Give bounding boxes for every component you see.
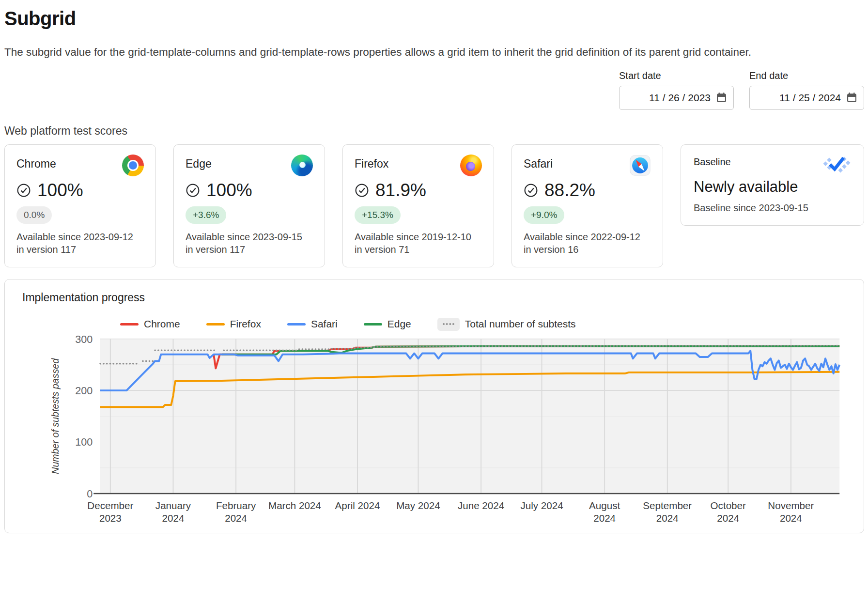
score-value: 100% [206, 180, 252, 201]
calendar-icon[interactable] [846, 92, 857, 103]
availability-text: Available since 2019-12-10 in version 71 [355, 231, 482, 256]
implementation-progress-chart: 0100200300December2023January2024Februar… [18, 332, 846, 526]
chart-legend: ChromeFirefoxSafariEdgeTotal number of s… [120, 318, 846, 331]
x-tick-label: July 2024 [520, 500, 563, 511]
y-tick-label: 300 [75, 333, 93, 345]
legend-item-firefox: Firefox [206, 318, 261, 330]
legend-label: Firefox [230, 318, 261, 330]
availability-text: Available since 2023-09-12 in version 11… [16, 231, 144, 256]
start-date-input[interactable]: 11 / 26 / 2023 [619, 86, 734, 110]
calendar-icon[interactable] [716, 92, 727, 103]
end-date-label: End date [749, 70, 864, 81]
baseline-label: Baseline [694, 155, 731, 168]
score-value: 100% [37, 180, 83, 201]
y-axis-title: Number of subtests passed [50, 358, 61, 474]
legend-label: Total number of subtests [465, 318, 576, 330]
check-circle-icon [16, 183, 31, 198]
score-delta-badge: +9.0% [524, 206, 564, 224]
browser-score-card: Safari [512, 144, 663, 267]
y-tick-label: 100 [75, 436, 93, 448]
start-date-group: Start date 11 / 26 / 2023 [619, 70, 734, 110]
score-delta-badge: 0.0% [16, 206, 52, 224]
browser-name: Chrome [16, 155, 56, 170]
browser-score-card: Edge 100% +3.6% Available since 2023-09-… [173, 144, 325, 267]
date-range-controls: Start date 11 / 26 / 2023 End date 11 / … [4, 70, 864, 110]
legend-swatch [364, 323, 382, 326]
legend-swatch [206, 323, 225, 326]
browser-score-card: Chrome 100% 0.0% Available since 2023-09… [4, 144, 156, 267]
browser-name: Edge [186, 155, 212, 170]
legend-swatch [287, 323, 306, 326]
baseline-card: Baseline Newly available Baseline since [681, 144, 864, 226]
score-value: 88.2% [544, 180, 595, 201]
score-cards-row: Chrome 100% 0.0% Available since 2023-09… [4, 144, 864, 267]
x-tick-label: March 2024 [268, 500, 321, 511]
end-date-input[interactable]: 11 / 25 / 2024 [749, 86, 864, 110]
browser-score-card: Firefox 81.9% +15.3% Available since 201… [342, 144, 494, 267]
legend-item-total-number-of-subtests: Total number of subtests [437, 318, 576, 331]
safari-icon [629, 155, 651, 176]
x-tick-label: August2024 [589, 500, 620, 524]
scores-heading: Web platform test scores [4, 124, 864, 138]
legend-swatch-dotted [437, 318, 460, 331]
implementation-progress-panel: Implementation progress ChromeFirefoxSaf… [4, 279, 864, 533]
baseline-newly-available-icon [822, 155, 851, 174]
chart-title: Implementation progress [22, 291, 846, 304]
y-tick-label: 0 [87, 488, 93, 500]
x-tick-label: April 2024 [335, 500, 380, 511]
score-value: 81.9% [375, 180, 426, 201]
x-tick-label: September2024 [643, 500, 692, 524]
check-circle-icon [355, 183, 369, 198]
x-tick-label: November2024 [768, 500, 814, 524]
x-tick-label: June 2024 [458, 500, 504, 511]
legend-swatch [120, 323, 139, 326]
x-tick-label: May 2024 [396, 500, 440, 511]
chrome-icon [122, 155, 144, 176]
firefox-icon [460, 155, 482, 176]
legend-item-safari: Safari [287, 318, 338, 330]
availability-text: Available since 2022-09-12 in version 16 [524, 231, 651, 256]
edge-icon [291, 155, 313, 176]
page-description: The subgrid value for the grid-template-… [4, 44, 850, 61]
baseline-since: Baseline since 2023-09-15 [694, 202, 851, 214]
browser-name: Safari [524, 155, 553, 170]
x-tick-label: October2024 [711, 500, 746, 524]
start-date-label: Start date [619, 70, 734, 81]
availability-text: Available since 2023-09-15 in version 11… [186, 231, 313, 256]
baseline-status: Newly available [694, 178, 851, 196]
end-date-value: 11 / 25 / 2024 [779, 92, 841, 104]
legend-item-chrome: Chrome [120, 318, 180, 330]
legend-label: Safari [311, 318, 338, 330]
page: Subgrid The subgrid value for the grid-t… [4, 8, 864, 533]
x-tick-label: December2023 [87, 500, 133, 524]
legend-item-edge: Edge [364, 318, 411, 330]
score-delta-badge: +15.3% [355, 206, 401, 224]
start-date-value: 11 / 26 / 2023 [649, 92, 711, 104]
legend-label: Edge [388, 318, 411, 330]
page-title: Subgrid [4, 8, 864, 30]
x-tick-label: January2024 [155, 500, 191, 524]
y-tick-label: 200 [75, 385, 93, 397]
browser-name: Firefox [355, 155, 388, 170]
legend-label: Chrome [144, 318, 180, 330]
end-date-group: End date 11 / 25 / 2024 [749, 70, 864, 110]
check-circle-icon [524, 183, 538, 198]
score-delta-badge: +3.6% [186, 206, 226, 224]
x-tick-label: February2024 [216, 500, 256, 524]
check-circle-icon [186, 183, 200, 198]
